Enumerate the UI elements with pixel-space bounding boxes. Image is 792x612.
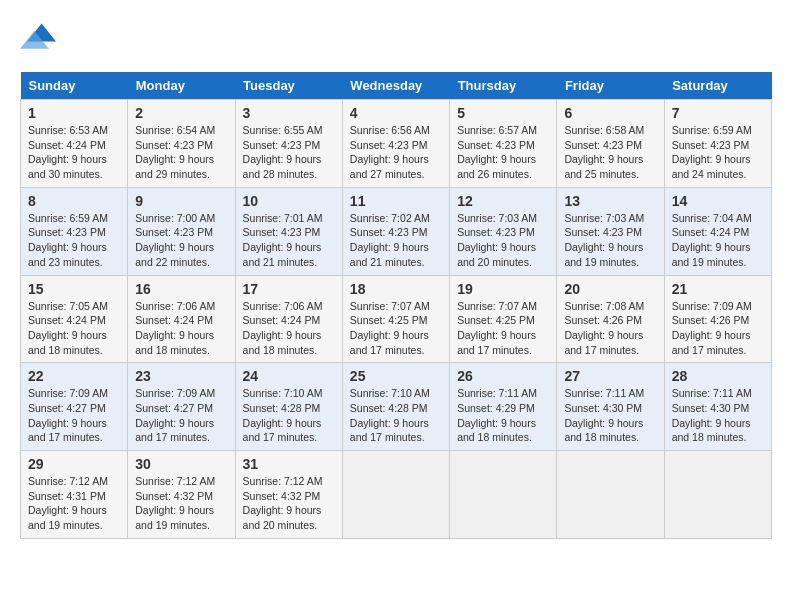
day-number: 19	[457, 281, 549, 297]
day-number: 25	[350, 368, 442, 384]
calendar-cell: 21Sunrise: 7:09 AM Sunset: 4:26 PM Dayli…	[664, 275, 771, 363]
calendar-day-header: Monday	[128, 72, 235, 100]
calendar-cell	[450, 451, 557, 539]
day-number: 31	[243, 456, 335, 472]
day-info: Sunrise: 7:11 AM Sunset: 4:29 PM Dayligh…	[457, 386, 549, 445]
day-number: 30	[135, 456, 227, 472]
day-number: 6	[564, 105, 656, 121]
day-number: 18	[350, 281, 442, 297]
day-number: 13	[564, 193, 656, 209]
day-info: Sunrise: 7:12 AM Sunset: 4:32 PM Dayligh…	[135, 474, 227, 533]
logo	[20, 20, 60, 56]
day-info: Sunrise: 6:59 AM Sunset: 4:23 PM Dayligh…	[672, 123, 764, 182]
day-info: Sunrise: 6:59 AM Sunset: 4:23 PM Dayligh…	[28, 211, 120, 270]
day-number: 7	[672, 105, 764, 121]
day-info: Sunrise: 6:54 AM Sunset: 4:23 PM Dayligh…	[135, 123, 227, 182]
calendar-cell	[557, 451, 664, 539]
day-info: Sunrise: 7:05 AM Sunset: 4:24 PM Dayligh…	[28, 299, 120, 358]
calendar-cell: 11Sunrise: 7:02 AM Sunset: 4:23 PM Dayli…	[342, 187, 449, 275]
calendar-week-row: 15Sunrise: 7:05 AM Sunset: 4:24 PM Dayli…	[21, 275, 772, 363]
calendar-cell: 4Sunrise: 6:56 AM Sunset: 4:23 PM Daylig…	[342, 100, 449, 188]
calendar-cell: 15Sunrise: 7:05 AM Sunset: 4:24 PM Dayli…	[21, 275, 128, 363]
day-number: 9	[135, 193, 227, 209]
calendar-cell: 3Sunrise: 6:55 AM Sunset: 4:23 PM Daylig…	[235, 100, 342, 188]
day-info: Sunrise: 7:09 AM Sunset: 4:27 PM Dayligh…	[135, 386, 227, 445]
day-info: Sunrise: 7:03 AM Sunset: 4:23 PM Dayligh…	[457, 211, 549, 270]
calendar-week-row: 8Sunrise: 6:59 AM Sunset: 4:23 PM Daylig…	[21, 187, 772, 275]
calendar-cell: 23Sunrise: 7:09 AM Sunset: 4:27 PM Dayli…	[128, 363, 235, 451]
calendar-cell: 2Sunrise: 6:54 AM Sunset: 4:23 PM Daylig…	[128, 100, 235, 188]
day-number: 12	[457, 193, 549, 209]
day-number: 5	[457, 105, 549, 121]
calendar-cell	[664, 451, 771, 539]
day-number: 16	[135, 281, 227, 297]
day-info: Sunrise: 6:58 AM Sunset: 4:23 PM Dayligh…	[564, 123, 656, 182]
calendar-day-header: Sunday	[21, 72, 128, 100]
day-number: 22	[28, 368, 120, 384]
calendar-day-header: Wednesday	[342, 72, 449, 100]
calendar-day-header: Tuesday	[235, 72, 342, 100]
day-info: Sunrise: 7:10 AM Sunset: 4:28 PM Dayligh…	[243, 386, 335, 445]
calendar-cell: 1Sunrise: 6:53 AM Sunset: 4:24 PM Daylig…	[21, 100, 128, 188]
calendar-cell: 29Sunrise: 7:12 AM Sunset: 4:31 PM Dayli…	[21, 451, 128, 539]
calendar-cell: 18Sunrise: 7:07 AM Sunset: 4:25 PM Dayli…	[342, 275, 449, 363]
day-info: Sunrise: 7:06 AM Sunset: 4:24 PM Dayligh…	[243, 299, 335, 358]
day-number: 3	[243, 105, 335, 121]
calendar-header-row: SundayMondayTuesdayWednesdayThursdayFrid…	[21, 72, 772, 100]
calendar-day-header: Friday	[557, 72, 664, 100]
page-header	[20, 20, 772, 56]
calendar-cell: 22Sunrise: 7:09 AM Sunset: 4:27 PM Dayli…	[21, 363, 128, 451]
calendar-cell: 16Sunrise: 7:06 AM Sunset: 4:24 PM Dayli…	[128, 275, 235, 363]
day-info: Sunrise: 6:56 AM Sunset: 4:23 PM Dayligh…	[350, 123, 442, 182]
day-number: 29	[28, 456, 120, 472]
calendar-cell: 31Sunrise: 7:12 AM Sunset: 4:32 PM Dayli…	[235, 451, 342, 539]
calendar-cell: 27Sunrise: 7:11 AM Sunset: 4:30 PM Dayli…	[557, 363, 664, 451]
calendar-cell: 13Sunrise: 7:03 AM Sunset: 4:23 PM Dayli…	[557, 187, 664, 275]
day-number: 28	[672, 368, 764, 384]
calendar-day-header: Saturday	[664, 72, 771, 100]
calendar-cell: 26Sunrise: 7:11 AM Sunset: 4:29 PM Dayli…	[450, 363, 557, 451]
calendar-week-row: 29Sunrise: 7:12 AM Sunset: 4:31 PM Dayli…	[21, 451, 772, 539]
day-info: Sunrise: 7:11 AM Sunset: 4:30 PM Dayligh…	[564, 386, 656, 445]
day-info: Sunrise: 7:09 AM Sunset: 4:27 PM Dayligh…	[28, 386, 120, 445]
day-info: Sunrise: 7:12 AM Sunset: 4:31 PM Dayligh…	[28, 474, 120, 533]
calendar-week-row: 22Sunrise: 7:09 AM Sunset: 4:27 PM Dayli…	[21, 363, 772, 451]
day-number: 24	[243, 368, 335, 384]
day-number: 26	[457, 368, 549, 384]
calendar-cell: 14Sunrise: 7:04 AM Sunset: 4:24 PM Dayli…	[664, 187, 771, 275]
day-number: 21	[672, 281, 764, 297]
day-info: Sunrise: 7:09 AM Sunset: 4:26 PM Dayligh…	[672, 299, 764, 358]
day-info: Sunrise: 7:08 AM Sunset: 4:26 PM Dayligh…	[564, 299, 656, 358]
day-number: 15	[28, 281, 120, 297]
day-number: 14	[672, 193, 764, 209]
day-info: Sunrise: 7:03 AM Sunset: 4:23 PM Dayligh…	[564, 211, 656, 270]
calendar-cell: 20Sunrise: 7:08 AM Sunset: 4:26 PM Dayli…	[557, 275, 664, 363]
logo-icon	[20, 20, 56, 56]
calendar-cell: 9Sunrise: 7:00 AM Sunset: 4:23 PM Daylig…	[128, 187, 235, 275]
calendar-cell: 7Sunrise: 6:59 AM Sunset: 4:23 PM Daylig…	[664, 100, 771, 188]
day-number: 1	[28, 105, 120, 121]
day-number: 10	[243, 193, 335, 209]
day-info: Sunrise: 7:04 AM Sunset: 4:24 PM Dayligh…	[672, 211, 764, 270]
calendar-table: SundayMondayTuesdayWednesdayThursdayFrid…	[20, 72, 772, 539]
calendar-cell: 28Sunrise: 7:11 AM Sunset: 4:30 PM Dayli…	[664, 363, 771, 451]
calendar-body: 1Sunrise: 6:53 AM Sunset: 4:24 PM Daylig…	[21, 100, 772, 539]
calendar-cell: 6Sunrise: 6:58 AM Sunset: 4:23 PM Daylig…	[557, 100, 664, 188]
day-number: 8	[28, 193, 120, 209]
day-number: 2	[135, 105, 227, 121]
calendar-cell: 5Sunrise: 6:57 AM Sunset: 4:23 PM Daylig…	[450, 100, 557, 188]
calendar-cell: 19Sunrise: 7:07 AM Sunset: 4:25 PM Dayli…	[450, 275, 557, 363]
day-number: 17	[243, 281, 335, 297]
day-number: 20	[564, 281, 656, 297]
calendar-day-header: Thursday	[450, 72, 557, 100]
calendar-cell: 25Sunrise: 7:10 AM Sunset: 4:28 PM Dayli…	[342, 363, 449, 451]
day-number: 27	[564, 368, 656, 384]
day-info: Sunrise: 7:10 AM Sunset: 4:28 PM Dayligh…	[350, 386, 442, 445]
day-number: 23	[135, 368, 227, 384]
day-number: 4	[350, 105, 442, 121]
day-number: 11	[350, 193, 442, 209]
calendar-week-row: 1Sunrise: 6:53 AM Sunset: 4:24 PM Daylig…	[21, 100, 772, 188]
day-info: Sunrise: 7:01 AM Sunset: 4:23 PM Dayligh…	[243, 211, 335, 270]
day-info: Sunrise: 7:06 AM Sunset: 4:24 PM Dayligh…	[135, 299, 227, 358]
day-info: Sunrise: 7:00 AM Sunset: 4:23 PM Dayligh…	[135, 211, 227, 270]
